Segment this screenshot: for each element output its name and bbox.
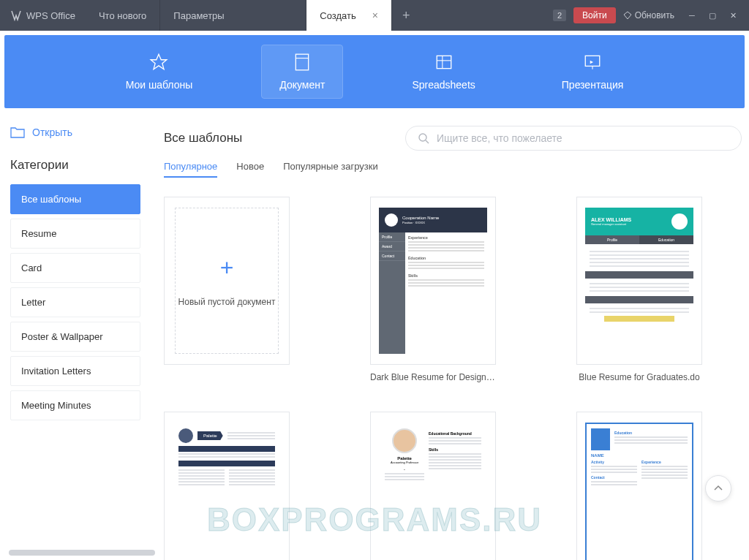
category-card[interactable]: Card bbox=[10, 253, 140, 283]
update-button[interactable]: Обновить bbox=[623, 10, 674, 20]
page-title: Все шаблоны bbox=[164, 131, 242, 145]
horizontal-scrollbar[interactable] bbox=[9, 550, 155, 556]
diamond-icon bbox=[623, 11, 632, 20]
open-button[interactable]: Открыть bbox=[10, 126, 140, 139]
maximize-button[interactable]: ▢ bbox=[702, 8, 723, 23]
filter-popular[interactable]: Популярное bbox=[164, 161, 217, 178]
nav-document[interactable]: Документ bbox=[261, 45, 343, 99]
brand-label: WPS Office bbox=[26, 10, 75, 21]
spreadsheet-icon bbox=[434, 53, 453, 72]
nav-presentation[interactable]: Презентация bbox=[544, 45, 641, 98]
template-thumb: ALEX WILLIAMSGeneral manager assistant P… bbox=[576, 197, 702, 365]
template-palette-resume[interactable]: PaletteAccounting Professor· Educational… bbox=[370, 412, 496, 560]
category-nav: Мои шаблоны Документ Spreadsheets Презен… bbox=[4, 35, 745, 108]
category-letter[interactable]: Letter bbox=[10, 287, 140, 317]
filter-downloads[interactable]: Популярные загрузки bbox=[283, 161, 377, 178]
template-thumb: PaletteAccounting Professor· Educational… bbox=[370, 412, 496, 560]
login-button[interactable]: Войти bbox=[573, 7, 616, 23]
titlebar: WPS Office Что нового Параметры Создать … bbox=[0, 0, 749, 31]
template-thumb: Cooperation NamePosition · XXXXX Profile… bbox=[370, 197, 496, 365]
folder-icon bbox=[10, 126, 25, 139]
search-box[interactable] bbox=[405, 126, 742, 151]
template-blank[interactable]: + Новый пустой документ bbox=[164, 197, 290, 382]
content-area: Все шаблоны Популярное Новое Популярные … bbox=[151, 113, 749, 560]
template-dark-blue-resume[interactable]: Cooperation NamePosition · XXXXX Profile… bbox=[370, 197, 496, 382]
document-icon bbox=[293, 53, 312, 72]
svg-rect-0 bbox=[296, 54, 309, 70]
nav-my-templates[interactable]: Мои шаблоны bbox=[108, 45, 211, 98]
category-all-templates[interactable]: Все шаблоны bbox=[10, 184, 140, 214]
category-poster[interactable]: Poster & Wallpaper bbox=[10, 322, 140, 352]
svg-line-8 bbox=[426, 140, 429, 143]
category-invitation[interactable]: Invitation Letters bbox=[10, 356, 140, 386]
plus-icon: + bbox=[220, 254, 234, 281]
sidebar: Открыть Категории Все шаблоны Resume Car… bbox=[0, 113, 151, 560]
categories-title: Категории bbox=[10, 158, 140, 173]
presentation-icon bbox=[583, 53, 602, 72]
nav-spreadsheets[interactable]: Spreadsheets bbox=[394, 45, 492, 98]
template-thumb: Education NAME ActivityContact Experienc… bbox=[576, 412, 702, 560]
new-tab-button[interactable]: + bbox=[392, 0, 421, 31]
tab-create[interactable]: Создать × bbox=[306, 0, 392, 31]
tab-whats-new[interactable]: Что нового bbox=[86, 0, 160, 31]
svg-point-7 bbox=[419, 134, 426, 141]
close-window-button[interactable]: ✕ bbox=[723, 8, 743, 23]
template-navy-resume[interactable]: Palette bbox=[164, 412, 290, 560]
template-thumb: Palette bbox=[164, 412, 290, 560]
wps-logo-icon bbox=[10, 10, 22, 21]
filter-tabs: Популярное Новое Популярные загрузки bbox=[164, 161, 742, 178]
category-meeting[interactable]: Meeting Minutes bbox=[10, 390, 140, 420]
chevron-up-icon bbox=[713, 483, 723, 493]
template-blue-border-resume[interactable]: Education NAME ActivityContact Experienc… bbox=[576, 412, 702, 560]
minimize-button[interactable]: ─ bbox=[682, 8, 702, 23]
svg-rect-2 bbox=[437, 56, 451, 68]
star-icon bbox=[149, 53, 168, 72]
main-area: Открыть Категории Все шаблоны Resume Car… bbox=[0, 113, 749, 560]
scroll-top-button[interactable] bbox=[705, 475, 731, 502]
app-brand: WPS Office bbox=[0, 0, 86, 31]
close-icon[interactable]: × bbox=[372, 10, 378, 21]
search-icon bbox=[418, 132, 429, 144]
blank-thumb: + Новый пустой документ bbox=[164, 197, 290, 365]
tab-parameters[interactable]: Параметры bbox=[160, 0, 306, 31]
filter-new[interactable]: Новое bbox=[236, 161, 264, 178]
svg-rect-5 bbox=[585, 56, 600, 66]
search-input[interactable] bbox=[437, 132, 729, 144]
category-resume[interactable]: Resume bbox=[10, 219, 140, 249]
template-blue-graduates[interactable]: ALEX WILLIAMSGeneral manager assistant P… bbox=[576, 197, 702, 382]
notification-badge[interactable]: 2 bbox=[553, 10, 566, 21]
